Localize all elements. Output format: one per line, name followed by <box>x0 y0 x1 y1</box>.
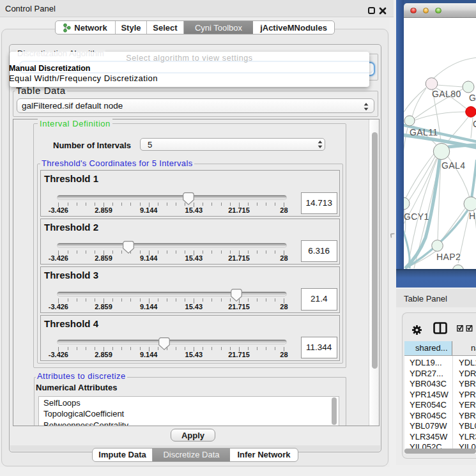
svg-text:GAL80: GAL80 <box>432 89 461 99</box>
svg-text:C: C <box>473 119 476 129</box>
svg-text:GAL11: GAL11 <box>410 127 438 137</box>
svg-text:GAL4: GAL4 <box>441 160 465 171</box>
svg-text:HAP2: HAP2 <box>436 252 461 262</box>
svg-text:GA: GA <box>469 93 476 103</box>
svg-text:H: H <box>469 211 476 221</box>
svg-text:GCY1: GCY1 <box>404 211 429 222</box>
